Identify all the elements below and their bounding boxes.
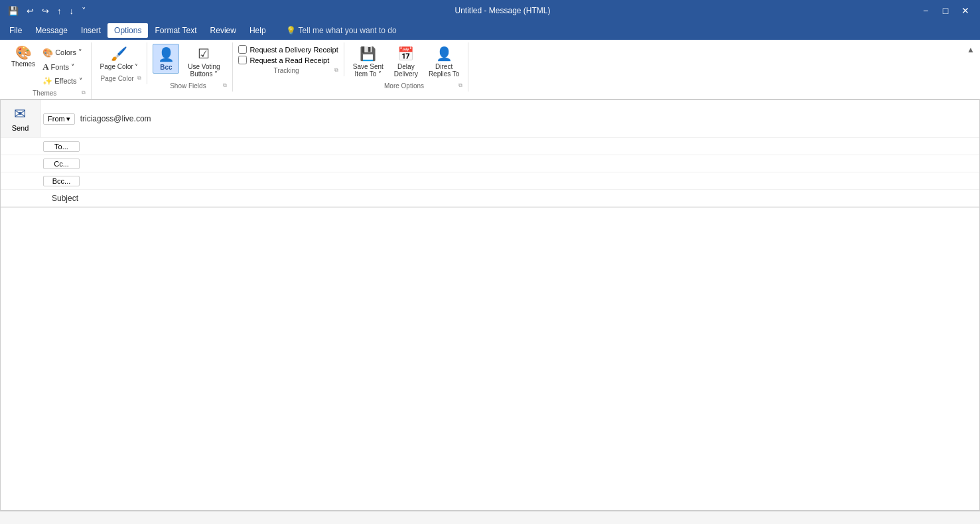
tracking-content: Request a Delivery Receipt Request a Rea… <box>238 44 338 64</box>
search-placeholder[interactable]: Tell me what you want to do <box>299 26 397 35</box>
from-dropdown-button[interactable]: From ▾ <box>43 113 75 125</box>
bcc-row: Bcc... <box>1 172 979 190</box>
email-header: ✉ Send From ▾ triciagoss@live.com To... … <box>1 100 979 208</box>
delay-delivery-label: DelayDelivery <box>394 63 418 78</box>
bcc-input[interactable] <box>82 174 979 188</box>
delivery-receipt-checkbox[interactable] <box>238 45 247 54</box>
direct-replies-label: DirectReplies To <box>429 63 460 78</box>
ribbon-groups: 🎨 Themes 🎨 Colors ˅ A Fonts ˅ ✨ <box>0 42 980 99</box>
read-receipt-label: Request a Read Receipt <box>249 56 329 64</box>
subject-input[interactable] <box>84 192 979 205</box>
more-options-group-label: More Options <box>350 81 459 92</box>
effects-icon: ✨ <box>42 76 52 86</box>
ribbon-group-tracking: Request a Delivery Receipt Request a Rea… <box>233 42 344 76</box>
save-sent-label: Save SentItem To ˅ <box>353 63 384 78</box>
to-button[interactable]: To... <box>43 141 80 152</box>
ribbon-scroll-up-btn[interactable]: ▲ <box>964 45 977 54</box>
bcc-button[interactable]: 👤 Bcc <box>153 44 179 74</box>
effects-label: Effects ˅ <box>54 77 82 86</box>
title-bar-left: 💾 ↩ ↪ ↑ ↓ ˅ <box>5 5 89 17</box>
show-fields-expand-icon[interactable]: ⧉ <box>223 82 227 89</box>
voting-buttons-button[interactable]: ☑ Use VotingButtons ˅ <box>180 44 227 80</box>
bcc-field-button[interactable]: Bcc... <box>43 176 80 186</box>
down-quick-btn[interactable]: ↓ <box>67 5 77 17</box>
up-quick-btn[interactable]: ↑ <box>54 5 64 17</box>
colors-button[interactable]: 🎨 Colors ˅ <box>40 46 85 59</box>
fonts-button[interactable]: A Fonts ˅ <box>40 60 85 74</box>
page-color-group-label-row: Page Color ⧉ <box>97 72 142 84</box>
show-fields-content: 👤 Bcc ☑ Use VotingButtons ˅ <box>153 44 227 80</box>
window-title: Untitled - Message (HTML) <box>89 6 916 15</box>
delay-delivery-icon: 📅 <box>397 46 414 62</box>
menu-review[interactable]: Review <box>204 23 243 38</box>
fonts-icon: A <box>42 62 48 72</box>
voting-icon: ☑ <box>198 46 210 62</box>
themes-content: 🎨 Themes 🎨 Colors ˅ A Fonts ˅ ✨ <box>8 44 86 87</box>
more-options-expand-icon[interactable]: ⧉ <box>458 82 462 89</box>
page-color-expand-icon[interactable]: ⧉ <box>137 75 141 82</box>
maximize-btn[interactable]: □ <box>936 1 955 20</box>
menu-bar: File Message Insert Options Format Text … <box>0 21 980 40</box>
send-button[interactable]: ✉ Send <box>12 105 29 132</box>
send-area: ✉ Send <box>1 100 40 137</box>
menu-options[interactable]: Options <box>107 23 148 38</box>
read-receipt-checkbox[interactable] <box>238 56 247 64</box>
send-label: Send <box>12 124 29 132</box>
tracking-checks: Request a Delivery Receipt Request a Rea… <box>238 44 338 64</box>
page-color-label: Page Color ˅ <box>100 63 139 70</box>
read-receipt-row[interactable]: Request a Read Receipt <box>238 56 338 64</box>
to-row: To... <box>1 138 979 155</box>
cc-row: Cc... <box>1 155 979 172</box>
ribbon-group-more-options: 💾 Save SentItem To ˅ 📅 DelayDelivery 👤 D… <box>344 42 469 92</box>
bcc-label: Bcc <box>160 64 172 71</box>
undo-quick-btn[interactable]: ↩ <box>24 5 36 17</box>
quick-access-toolbar: 💾 ↩ ↪ ↑ ↓ ˅ <box>5 5 89 17</box>
themes-group-label-row: Themes ⧉ <box>8 87 86 99</box>
menu-format-text[interactable]: Format Text <box>148 23 203 38</box>
direct-replies-button[interactable]: 👤 DirectReplies To <box>425 44 463 80</box>
menu-file[interactable]: File <box>3 23 29 38</box>
bcc-icon: 👤 <box>158 46 175 62</box>
save-sent-button[interactable]: 💾 Save SentItem To ˅ <box>350 44 387 80</box>
tracking-expand-icon[interactable]: ⧉ <box>334 67 338 74</box>
save-quick-btn[interactable]: 💾 <box>5 5 21 17</box>
from-row: ✉ Send From ▾ triciagoss@live.com <box>1 100 979 138</box>
themes-expand-icon[interactable]: ⧉ <box>82 90 86 96</box>
close-btn[interactable]: ✕ <box>956 1 975 20</box>
effects-button[interactable]: ✨ Effects ˅ <box>40 75 85 87</box>
to-input[interactable] <box>82 140 979 153</box>
fonts-label: Fonts ˅ <box>51 63 76 72</box>
delivery-receipt-label: Request a Delivery Receipt <box>249 46 338 54</box>
menu-insert[interactable]: Insert <box>74 23 107 38</box>
customize-quick-btn[interactable]: ˅ <box>79 5 89 17</box>
search-box: 💡 Tell me what you want to do <box>286 26 397 35</box>
ribbon-group-show-fields: 👤 Bcc ☑ Use VotingButtons ˅ Show Fields … <box>147 42 233 92</box>
menu-message[interactable]: Message <box>29 23 74 38</box>
minimize-btn[interactable]: − <box>916 1 935 20</box>
tracking-group-label-row: Tracking ⧉ <box>238 64 338 76</box>
delivery-receipt-row[interactable]: Request a Delivery Receipt <box>238 45 338 54</box>
show-fields-group-label: Show Fields <box>153 81 223 92</box>
ribbon-scroll-area: ▲ <box>468 42 977 54</box>
status-bar <box>0 511 980 524</box>
delay-delivery-button[interactable]: 📅 DelayDelivery <box>389 44 423 80</box>
page-color-icon: 🖌️ <box>111 46 127 62</box>
more-options-buttons: 💾 Save SentItem To ˅ 📅 DelayDelivery 👤 D… <box>350 44 463 80</box>
ribbon: 🎨 Themes 🎨 Colors ˅ A Fonts ˅ ✨ <box>0 40 980 99</box>
compose-window: ✉ Send From ▾ triciagoss@live.com To... … <box>0 99 980 511</box>
page-color-content: 🖌️ Page Color ˅ <box>97 44 142 72</box>
themes-button[interactable]: 🎨 Themes <box>8 44 38 70</box>
page-color-group-label: Page Color <box>97 74 138 84</box>
redo-quick-btn[interactable]: ↪ <box>39 5 52 17</box>
save-sent-icon: 💾 <box>360 46 376 62</box>
colors-label: Colors ˅ <box>55 48 82 57</box>
cc-input[interactable] <box>82 157 979 170</box>
menu-help[interactable]: Help <box>243 23 273 38</box>
themes-label: Themes <box>11 60 35 68</box>
email-body[interactable] <box>1 208 979 510</box>
from-email: triciagoss@live.com <box>78 112 979 125</box>
themes-icon: 🎨 <box>15 46 32 59</box>
page-color-button[interactable]: 🖌️ Page Color ˅ <box>97 44 142 72</box>
cc-button[interactable]: Cc... <box>43 159 80 169</box>
ribbon-group-themes: 🎨 Themes 🎨 Colors ˅ A Fonts ˅ ✨ <box>3 42 92 99</box>
